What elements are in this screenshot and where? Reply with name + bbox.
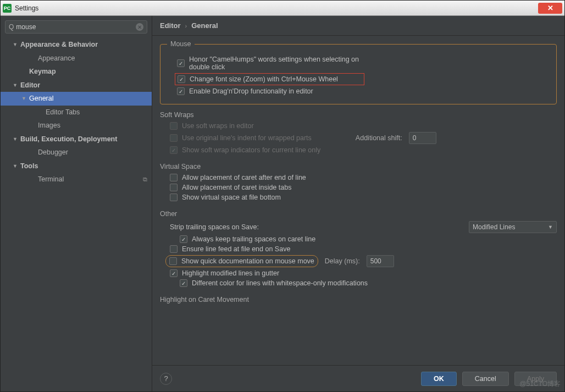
softwrap-indicators-checkbox[interactable] <box>170 146 178 154</box>
dnd-checkbox[interactable] <box>177 87 185 95</box>
sidebar-item-editor-tabs[interactable]: Editor Tabs <box>1 106 152 119</box>
ok-button[interactable]: OK <box>421 372 457 386</box>
sidebar-item-tools[interactable]: ▼Tools <box>1 159 152 173</box>
softwrap-indent-label: Use original line's indent for wrapped p… <box>182 134 312 142</box>
sidebar-item-debugger[interactable]: Debugger <box>1 146 152 159</box>
other-legend: Other <box>160 210 557 218</box>
app-icon: PC <box>3 4 12 13</box>
expand-arrow-icon: ▼ <box>21 96 27 101</box>
highlight-mod-label: Highlight modified lines in gutter <box>182 269 279 277</box>
sidebar-item-label: Build, Execution, Deployment <box>20 135 147 143</box>
apply-button[interactable]: Apply <box>514 372 557 386</box>
strip-label: Strip trailing spaces on Save: <box>170 223 259 231</box>
sidebar: Q ✕ ▼Appearance & BehaviorAppearanceKeym… <box>1 16 152 391</box>
search-input-wrap[interactable]: Q ✕ <box>5 20 147 34</box>
line-feed-label: Ensure line feed at file end on Save <box>182 245 290 253</box>
diff-color-label: Different color for lines with whitespac… <box>192 279 368 287</box>
caret-end-checkbox[interactable] <box>170 174 178 181</box>
quickdoc-label: Show quick documentation on mouse move <box>181 257 314 265</box>
close-button[interactable]: ✕ <box>538 3 562 14</box>
clear-search-icon[interactable]: ✕ <box>136 23 143 31</box>
cancel-button[interactable]: Cancel <box>462 372 509 386</box>
breadcrumb-leaf: General <box>191 21 218 30</box>
keep-caret-checkbox[interactable] <box>180 235 187 243</box>
delay-input[interactable] <box>367 255 394 267</box>
caret-tabs-label: Allow placement of caret inside tabs <box>182 184 291 191</box>
settings-tree: ▼Appearance & BehaviorAppearanceKeymap▼E… <box>1 38 152 391</box>
additional-shift-label: Additional shift: <box>356 134 402 142</box>
caretmove-legend: Highlight on Caret Movement <box>160 296 557 303</box>
expand-arrow-icon: ▼ <box>13 163 18 169</box>
mouse-legend: Mouse <box>167 40 195 48</box>
expand-arrow-icon: ▼ <box>13 136 18 142</box>
sidebar-item-label: Tools <box>20 162 147 170</box>
sidebar-item-general[interactable]: ▼General <box>1 92 152 106</box>
search-icon: Q <box>9 23 14 31</box>
strip-select-value: Modified Lines <box>473 223 515 231</box>
sidebar-item-label: Terminal <box>38 175 143 183</box>
project-scope-icon: ⧉ <box>143 176 147 183</box>
sidebar-item-images[interactable]: Images <box>1 119 152 132</box>
sidebar-item-editor[interactable]: ▼Editor <box>1 79 152 92</box>
footer: ? OK Cancel Apply <box>152 365 564 391</box>
search-input[interactable] <box>16 23 136 31</box>
zoom-checkbox[interactable] <box>178 75 185 83</box>
settings-scroll[interactable]: Mouse Honor "CamelHumps" words settings … <box>152 36 564 365</box>
sidebar-item-label: Editor Tabs <box>46 108 147 116</box>
settings-window: PC Settings ✕ Q ✕ ▼Appearance & Behavior… <box>0 0 565 392</box>
sidebar-item-label: Appearance & Behavior <box>20 41 147 48</box>
softwrap-indent-checkbox[interactable] <box>170 134 178 142</box>
caret-end-label: Allow placement of caret after end of li… <box>182 174 306 181</box>
honor-camelhumps-label: Honor "CamelHumps" words settings when s… <box>189 56 376 71</box>
sidebar-item-appearance-behavior[interactable]: ▼Appearance & Behavior <box>1 38 152 52</box>
dnd-label: Enable Drag'n'Drop functionality in edit… <box>189 87 313 95</box>
breadcrumb-separator-icon: › <box>185 23 187 29</box>
sidebar-item-label: Editor <box>20 81 147 89</box>
sidebar-item-label: General <box>29 95 147 102</box>
sidebar-item-label: Appearance <box>38 54 147 62</box>
zoom-label: Change font size (Zoom) with Ctrl+Mouse … <box>190 75 338 83</box>
sidebar-item-appearance[interactable]: Appearance <box>1 52 152 65</box>
softwrap-use-label: Use soft wraps in editor <box>182 122 254 130</box>
expand-arrow-icon: ▼ <box>13 42 18 47</box>
softwrap-use-checkbox[interactable] <box>170 122 178 130</box>
sidebar-item-label: Debugger <box>38 148 147 156</box>
line-feed-checkbox[interactable] <box>170 245 178 253</box>
sidebar-item-label: Keymap <box>29 68 147 75</box>
caret-tabs-checkbox[interactable] <box>170 184 178 191</box>
honor-camelhumps-checkbox[interactable] <box>177 59 185 67</box>
chevron-down-icon: ▼ <box>548 224 553 230</box>
virtual-bottom-label: Show virtual space at file bottom <box>182 194 281 201</box>
expand-arrow-icon: ▼ <box>13 82 18 88</box>
breadcrumb: Editor › General <box>152 16 564 36</box>
sidebar-item-terminal[interactable]: Terminal⧉ <box>1 173 152 186</box>
sidebar-item-keymap[interactable]: Keymap <box>1 65 152 79</box>
sidebar-item-label: Images <box>38 122 147 129</box>
mouse-group: Mouse Honor "CamelHumps" words settings … <box>160 40 557 104</box>
zoom-highlight-box: Change font size (Zoom) with Ctrl+Mouse … <box>175 73 364 85</box>
content-pane: Editor › General Mouse Honor "CamelHumps… <box>152 16 564 391</box>
quickdoc-checkbox[interactable] <box>169 257 177 265</box>
diff-color-checkbox[interactable] <box>180 279 187 287</box>
additional-shift-input[interactable] <box>409 132 436 144</box>
breadcrumb-root[interactable]: Editor <box>160 21 181 30</box>
highlight-mod-checkbox[interactable] <box>170 269 178 277</box>
sidebar-item-build-execution-deployment[interactable]: ▼Build, Execution, Deployment <box>1 132 152 146</box>
keep-caret-label: Always keep trailing spaces on caret lin… <box>192 235 315 243</box>
virtual-bottom-checkbox[interactable] <box>170 194 178 201</box>
softwrap-indicators-label: Show soft wrap indicators for current li… <box>182 146 320 154</box>
softwraps-legend: Soft Wraps <box>160 111 557 119</box>
titlebar: PC Settings ✕ <box>1 1 564 16</box>
virtual-legend: Virtual Space <box>160 163 557 170</box>
delay-label: Delay (ms): <box>325 257 360 265</box>
help-button[interactable]: ? <box>160 373 172 385</box>
window-title: Settings <box>15 4 38 12</box>
quickdoc-highlight: Show quick documentation on mouse move <box>165 255 318 267</box>
strip-select[interactable]: Modified Lines ▼ <box>469 221 557 233</box>
